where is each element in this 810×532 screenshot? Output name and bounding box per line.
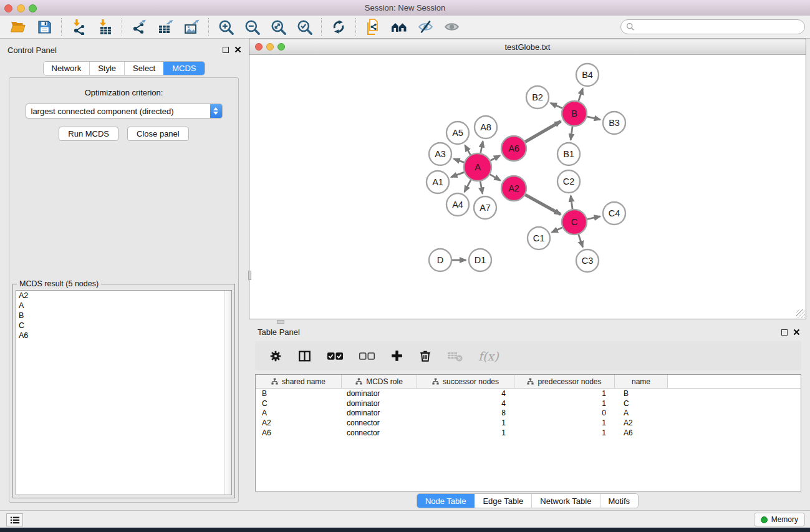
result-scrollbar[interactable]	[224, 291, 231, 495]
zoom-selected-button[interactable]	[291, 17, 317, 37]
show-details-button[interactable]	[438, 17, 465, 37]
run-mcds-button[interactable]: Run MCDS	[59, 127, 118, 141]
edge-C-C1[interactable]	[552, 228, 562, 233]
tab-network-table[interactable]: Network Table	[531, 494, 599, 508]
edge-A-A4[interactable]	[465, 180, 471, 191]
zoom-out-button[interactable]	[239, 17, 265, 37]
edge-B-B2[interactable]	[551, 103, 562, 108]
edge-C-C2[interactable]	[571, 196, 572, 209]
result-item[interactable]: A	[16, 301, 231, 311]
resize-grip[interactable]	[796, 309, 805, 318]
node-A8[interactable]: A8	[475, 116, 497, 138]
node-A6[interactable]: A6	[501, 136, 526, 161]
add-column-button[interactable]	[390, 349, 403, 362]
column-header-MCDS-role[interactable]: MCDS role	[342, 375, 417, 388]
mcds-result-list[interactable]: A2ABCA6	[16, 290, 232, 495]
edge-A-A7[interactable]	[480, 181, 483, 194]
close-panel-icon[interactable]	[234, 46, 241, 53]
edge-B-B4[interactable]	[579, 89, 583, 101]
node-A4[interactable]: A4	[446, 193, 469, 216]
export-network-button[interactable]	[126, 17, 152, 37]
node-D[interactable]: D	[429, 249, 451, 271]
edge-A-A8[interactable]	[481, 142, 483, 153]
open-session-button[interactable]	[5, 17, 31, 37]
table-row[interactable]: Bdominator41B	[256, 389, 801, 399]
hide-details-button[interactable]	[412, 17, 438, 37]
split-table-button[interactable]	[297, 349, 312, 363]
column-header-predecessor-nodes[interactable]: predecessor nodes	[514, 375, 615, 388]
edge-A-A5[interactable]	[465, 145, 471, 155]
edge-A6-B[interactable]	[525, 122, 561, 142]
tab-style[interactable]: Style	[89, 62, 124, 75]
column-header-name[interactable]: name	[615, 375, 668, 388]
node-B1[interactable]: B1	[557, 143, 580, 165]
gear-button[interactable]	[269, 349, 282, 363]
edge-A-A6[interactable]	[490, 156, 499, 161]
node-A5[interactable]: A5	[446, 122, 469, 144]
network-canvas[interactable]: AA1A2A3A4A5A6A7A8BB1B2B3B4CC1C2C3C4DD1	[249, 56, 806, 319]
tab-motifs[interactable]: Motifs	[599, 494, 638, 508]
delete-column-button[interactable]	[418, 349, 432, 363]
tab-edge-table[interactable]: Edge Table	[474, 494, 531, 508]
edge-A-A2[interactable]	[490, 175, 501, 181]
table-row[interactable]: Cdominator41C	[256, 399, 801, 409]
node-C3[interactable]: C3	[576, 249, 599, 272]
refresh-layout-button[interactable]	[325, 17, 352, 37]
task-history-button[interactable]	[6, 513, 23, 526]
node-A3[interactable]: A3	[429, 143, 451, 165]
splitter-grip[interactable]	[248, 271, 251, 280]
node-B2[interactable]: B2	[526, 86, 549, 109]
float-panel-icon[interactable]	[223, 47, 229, 53]
close-panel-button[interactable]: Close panel	[127, 127, 189, 141]
node-A[interactable]: A	[464, 153, 491, 181]
result-item[interactable]: A2	[16, 291, 231, 301]
column-header-shared-name[interactable]: shared name	[256, 375, 342, 388]
memory-button[interactable]: Memory	[754, 513, 805, 526]
result-item[interactable]: B	[16, 311, 231, 321]
edge-C-C4[interactable]	[587, 216, 600, 220]
table-row[interactable]: Adominator80A	[256, 409, 801, 418]
search-field[interactable]	[620, 19, 805, 34]
tab-network[interactable]: Network	[43, 62, 89, 75]
column-header-successor-nodes[interactable]: successor nodes	[417, 375, 514, 388]
tab-select[interactable]: Select	[124, 62, 163, 75]
zoom-in-button[interactable]	[213, 17, 239, 37]
network-overview-button[interactable]	[386, 17, 412, 37]
table-row[interactable]: A6connector11A6	[256, 428, 801, 438]
node-C2[interactable]: C2	[557, 170, 580, 193]
close-table-panel-icon[interactable]	[793, 329, 800, 336]
import-table-button[interactable]	[92, 17, 118, 37]
result-item[interactable]: C	[16, 321, 231, 331]
node-C4[interactable]: C4	[603, 202, 625, 225]
deselect-all-button[interactable]	[359, 351, 375, 361]
node-A1[interactable]: A1	[427, 171, 449, 193]
duplicate-network-button[interactable]	[360, 17, 386, 37]
export-image-button[interactable]	[178, 17, 205, 37]
select-all-button[interactable]	[327, 351, 344, 361]
node-C1[interactable]: C1	[528, 227, 550, 249]
edge-A-A3[interactable]	[454, 159, 465, 163]
node-B[interactable]: B	[562, 101, 587, 126]
edge-C-C3[interactable]	[579, 235, 583, 247]
node-D1[interactable]: D1	[469, 249, 491, 271]
edge-B-B3[interactable]	[587, 117, 600, 120]
float-table-panel-icon[interactable]	[781, 329, 788, 336]
export-table-button[interactable]	[152, 17, 178, 37]
search-input[interactable]	[638, 22, 799, 31]
edge-A-A1[interactable]	[451, 172, 465, 177]
result-item[interactable]: A6	[16, 331, 231, 341]
save-session-button[interactable]	[31, 17, 57, 37]
criterion-dropdown[interactable]: largest connected component (directed)	[26, 104, 223, 118]
node-A2[interactable]: A2	[501, 176, 526, 201]
node-A7[interactable]: A7	[474, 196, 496, 219]
tab-node-table[interactable]: Node Table	[417, 494, 475, 508]
node-B3[interactable]: B3	[603, 112, 625, 134]
edge-B-B1[interactable]	[571, 127, 572, 140]
tab-mcds[interactable]: MCDS	[163, 62, 204, 75]
node-C[interactable]: C	[562, 210, 587, 235]
node-B4[interactable]: B4	[576, 64, 599, 86]
edge-A2-C[interactable]	[525, 195, 561, 215]
zoom-fit-button[interactable]	[265, 17, 291, 37]
table-row[interactable]: A2connector11A2	[256, 418, 801, 428]
import-network-button[interactable]	[65, 17, 92, 37]
